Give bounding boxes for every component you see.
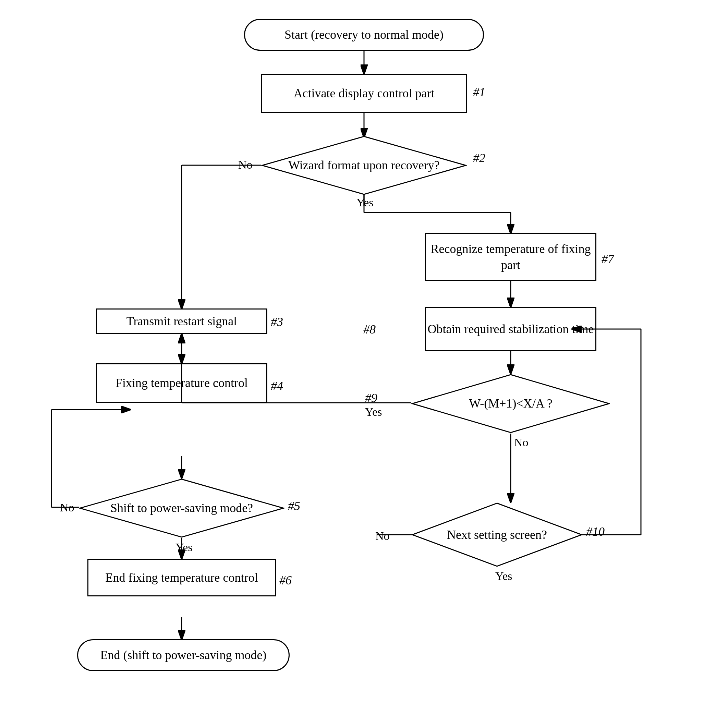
node-6-label: End fixing temperature control	[105, 570, 258, 586]
node-8-label: Obtain required stabilization time	[428, 321, 594, 337]
node-2-label: Wizard format upon recovery?	[288, 157, 439, 173]
no-label-5: No	[60, 501, 74, 514]
yes-label-5: Yes	[175, 541, 192, 554]
label-7: #7	[601, 252, 614, 266]
node-10: Next setting screen?	[411, 502, 583, 567]
label-2: #2	[473, 151, 485, 165]
node-2: Wizard format upon recovery?	[261, 136, 467, 195]
label-4: #4	[271, 379, 283, 393]
node-10-label: Next setting screen?	[447, 527, 547, 543]
yes-label-9: Yes	[365, 406, 382, 419]
yes-label-10: Yes	[495, 570, 512, 583]
no-label-10: No	[375, 530, 390, 543]
node-5-label: Shift to power-saving mode?	[110, 500, 253, 516]
label-8: #8	[363, 322, 376, 336]
node-3: Transmit restart signal	[96, 309, 267, 334]
label-6: #6	[279, 573, 292, 588]
yes-label-2: Yes	[357, 196, 373, 209]
end-node: End (shift to power-saving mode)	[77, 639, 290, 671]
node-3-label: Transmit restart signal	[127, 313, 237, 329]
no-label-9: No	[514, 436, 529, 449]
label-9: #9	[365, 391, 377, 405]
label-1: #1	[473, 85, 485, 100]
node-4: Fixing temperature control	[96, 363, 267, 403]
start-node: Start (recovery to normal mode)	[244, 19, 484, 51]
node-7-label: Recognize temperature of fixing part	[426, 241, 595, 273]
node-1-label: Activate display control part	[294, 85, 435, 101]
node-9: W-(M+1)<X/A ?	[411, 374, 610, 434]
label-5: #5	[288, 499, 300, 513]
end-label: End (shift to power-saving mode)	[100, 647, 266, 663]
node-8: Obtain required stabilization time	[425, 307, 597, 351]
node-5: Shift to power-saving mode?	[79, 478, 285, 538]
node-1: Activate display control part	[261, 74, 467, 113]
label-3: #3	[271, 315, 283, 329]
node-6: End fixing temperature control	[87, 559, 276, 596]
no-label-2: No	[238, 158, 253, 171]
node-9-label: W-(M+1)<X/A ?	[469, 396, 553, 411]
node-7: Recognize temperature of fixing part	[425, 233, 597, 281]
node-4-label: Fixing temperature control	[116, 375, 248, 391]
start-label: Start (recovery to normal mode)	[285, 27, 443, 43]
label-10: #10	[586, 524, 605, 539]
